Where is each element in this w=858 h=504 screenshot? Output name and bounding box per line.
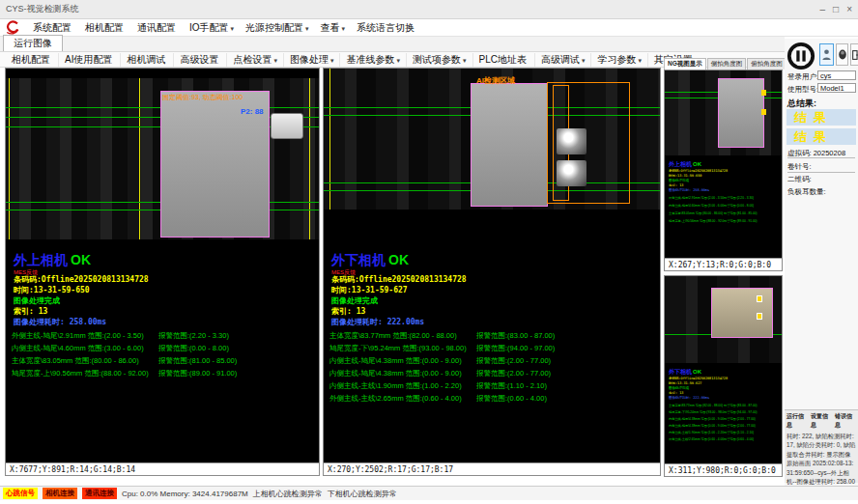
menu-item[interactable]: 通讯配置 — [131, 20, 184, 36]
camera-result-title: 外下相机OK — [331, 252, 409, 269]
side-view-bottom-image[interactable] — [665, 276, 782, 363]
barcode-line: 条码码:Offline2025020813134728 — [669, 377, 728, 380]
result-indicator-2: 结果 — [786, 128, 856, 145]
close-button[interactable]: × — [846, 4, 852, 14]
camera-name: 外下相机 — [669, 369, 692, 375]
logout-icon — [851, 48, 858, 62]
menu-item[interactable]: IO手配置▾ — [184, 20, 240, 36]
side-view-top-image[interactable] — [665, 70, 782, 155]
measure-text: 内侧主线-主线\1.90mm 范围:(1.00 - 2.20) — [329, 381, 476, 391]
alarm-range-text: 报警范围:(2.00 - 77.00) — [476, 369, 551, 378]
measurement-row: 外侧主线-鸠尾\2.91mm 范围:(2.00 - 3.50) 报警范围:(2.… — [12, 329, 237, 342]
window-title: CYS-视觉检测系统 — [6, 3, 79, 15]
toolbar-button[interactable]: 测试项参数▾ — [406, 53, 472, 67]
left-view-coordinates: X:7677;Y:891;R:14;G:14;B:14 — [6, 462, 319, 475]
alarm-range-text: 报警范围:(89.00 - 91.00) — [158, 369, 237, 378]
camera-name: 外下相机 — [331, 252, 386, 267]
maximize-button[interactable]: □ — [833, 4, 839, 14]
tab-run-image[interactable]: 运行图像 — [3, 35, 63, 51]
model-field[interactable]: Model1 — [817, 83, 856, 93]
toolbar-button[interactable]: 高级调试▾ — [534, 53, 591, 67]
toolbar-button[interactable]: 基准线参数▾ — [339, 53, 406, 67]
login-user-field[interactable]: cys — [817, 70, 856, 80]
upper-camera-alert: 上相机心跳检测异常 — [253, 489, 323, 499]
tab-error-info[interactable]: 错误信息 — [835, 412, 856, 430]
virtual-code-value: 20250208 — [814, 149, 845, 157]
divider — [787, 157, 855, 158]
model-label: 使用型号: — [787, 85, 818, 95]
right-panel: 登录用户: cys 使用型号: Model1 总结果: 结果 结果 虚拟码: 2… — [785, 39, 858, 486]
alarm-range-text: 报警范围:(0.60 - 4.00) — [724, 437, 754, 441]
menu-item[interactable]: 光源控制配置▾ — [240, 20, 315, 36]
menu-bar: 系统配置 相机配置 通讯配置 IO手配置▾ 光源控制配置▾ 查看▾ 系统语言切换 — [0, 19, 858, 37]
status-bar: 心跳信号 相机连接 通讯连接 Cpu: 0.0% Memory: 3424.41… — [0, 486, 858, 500]
tab-settings-info[interactable]: 设置信息 — [811, 412, 832, 430]
p2-score-label: P2: 88 — [241, 107, 264, 116]
pause-button[interactable] — [786, 42, 815, 70]
result-status: OK — [693, 161, 701, 167]
tab-top-angle-view[interactable]: 俯拍角度图 — [747, 58, 786, 70]
alarm-range-text: 报警范围:(0.60 - 4.00) — [476, 394, 547, 404]
operator-button[interactable] — [836, 43, 848, 66]
left-camera-image[interactable]: 固定阈值:93, 动态阈值:100 P2: 88 — [6, 78, 319, 239]
process-done-line: 图像处理完成 — [331, 295, 378, 306]
measure-text: 主体宽度\83.05mm 范围:(80.00 - 86.00) — [669, 211, 724, 215]
toolbar-button[interactable]: 图像处理▾ — [283, 53, 340, 67]
alarm-range-text: 报警范围:(1.10 - 2.10) — [724, 431, 754, 434]
measure-text: 外侧主线-鸠尾\2.91mm 范围:(2.00 - 3.50) — [669, 196, 724, 200]
heartbeat-status-badge: 心跳信号 — [3, 488, 38, 499]
right-camera-image[interactable]: AI检测区域 — [324, 69, 660, 210]
alarm-range-text: 报警范围:(0.00 - 8.00) — [158, 344, 229, 353]
menu-item[interactable]: 查看▾ — [315, 20, 352, 36]
menu-items: 系统配置 相机配置 通讯配置 IO手配置▾ 光源控制配置▾ 查看▾ 系统语言切换 — [27, 20, 422, 36]
toolbar-button[interactable]: PLC地址表 — [472, 53, 534, 67]
process-done-line: 图像处理完成 — [669, 179, 689, 182]
alarm-range-text: 报警范围:(2.00 - 77.00) — [476, 356, 551, 366]
baseline-marker — [309, 78, 310, 239]
alarm-range-text: 报警范围:(2.00 - 77.00) — [724, 417, 756, 421]
alarm-range-text: 报警范围:(81.00 - 85.00) — [158, 356, 237, 366]
comm-connection-badge: 通讯连接 — [82, 488, 117, 499]
pause-icon — [786, 42, 815, 70]
menu-item[interactable]: 系统配置 — [27, 20, 79, 36]
qr-code-label: 二维码: — [787, 175, 812, 184]
measure-text: 内侧主线-鸠尾\4.60mm 范围:(3.00 - 6.00) — [669, 204, 724, 208]
toolbar-button[interactable]: 学习参数▾ — [590, 53, 647, 67]
side-view-bottom: 外下相机OK 条码码:Offline2025020813134728 时间:13… — [664, 275, 783, 477]
camera-name: 外上相机 — [14, 252, 68, 267]
pin-number-label: 卷针号: — [787, 162, 812, 172]
toolbar-button[interactable]: 相机配置 — [6, 53, 58, 67]
elapsed-line: 图像处理耗时: 222.00ms — [331, 317, 424, 327]
toolbar-button[interactable]: 高级设置 — [173, 53, 226, 67]
measure-text: 主体宽度\83.77mm 范围:(82.00 - 88.00) — [329, 331, 476, 341]
measure-text: 内侧主线-鸠尾\4.38mm 范围:(0.00 - 9.00) — [669, 424, 724, 428]
result-status: OK — [693, 369, 701, 375]
metal-part — [557, 128, 586, 154]
index-line: 索引: 13 — [14, 306, 47, 317]
measurement-row: 鸠尾宽度-下\95.24mm 范围:(93.00 - 98.00) 报警范围:(… — [329, 342, 555, 354]
user-login-button[interactable] — [819, 43, 834, 66]
tab-side-angle-view[interactable]: 侧拍角度图 — [707, 58, 747, 70]
menu-item[interactable]: 系统语言切换 — [351, 20, 422, 36]
toolbar-button[interactable]: AI使用配置 — [58, 53, 120, 67]
measurement-row: 主体宽度\83.77mm 范围:(82.00 - 88.00) 报警范围:(83… — [329, 329, 555, 342]
toolbar-button[interactable]: 点检设置▾ — [226, 53, 283, 67]
user-icon — [821, 47, 832, 62]
measurement-row: 鸠尾宽度-上\90.56mm 范围:(88.00 - 92.00) 报警范围:(… — [669, 217, 758, 225]
tab-ng-view[interactable]: NG视图显示 — [664, 58, 706, 70]
tab-run-info[interactable]: 运行信息 — [786, 412, 808, 430]
menu-item[interactable]: 相机配置 — [79, 20, 131, 36]
lower-camera-alert: 下相机心跳检测异常 — [328, 489, 397, 499]
toolbar-button[interactable]: 相机调试 — [120, 53, 173, 67]
alarm-range-text: 报警范围:(89.00 - 91.00) — [724, 219, 758, 223]
alarm-range-text: 报警范围:(0.00 - 8.00) — [724, 204, 754, 208]
metal-part — [557, 160, 586, 186]
alarm-range-text: 报警范围:(83.00 - 87.00) — [476, 331, 555, 341]
measurement-row: 内侧主线-鸠尾\4.60mm 范围:(3.00 - 6.00) 报警范围:(0.… — [12, 342, 237, 354]
measurement-row: 内侧主线-鸠尾\4.38mm 范围:(0.00 - 9.00) 报警范围:(2.… — [669, 422, 758, 429]
logout-button[interactable] — [850, 43, 858, 66]
minimize-button[interactable]: – — [820, 4, 826, 14]
product-region — [471, 83, 548, 207]
barcode-line: 条码码:Offline2025020813134728 — [331, 274, 467, 285]
measurement-row: 主体宽度\83.77mm 范围:(82.00 - 88.00) 报警范围:(83… — [669, 402, 758, 408]
